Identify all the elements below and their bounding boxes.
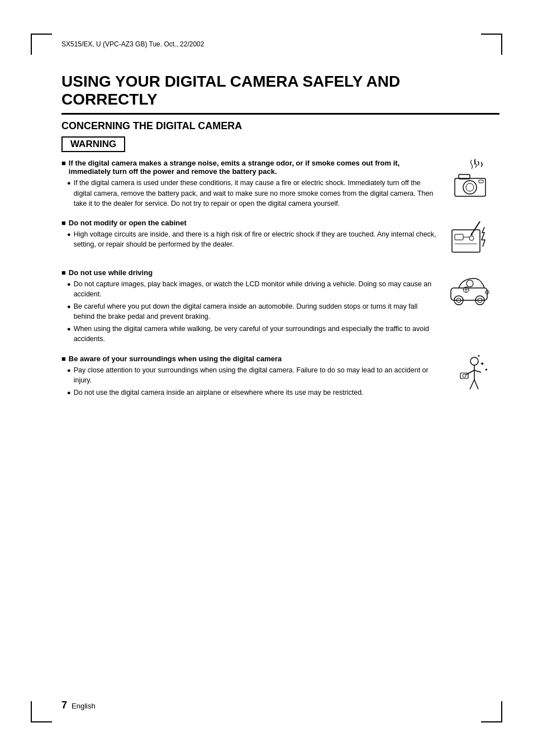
circuit-shock-image: [438, 219, 499, 261]
svg-line-25: [474, 370, 481, 372]
camera-smoke-image: [438, 159, 499, 201]
bullet-item: When using the digital camera while walk…: [67, 324, 438, 344]
corner-mark-bottom-right: [481, 701, 502, 722]
camera-smoke-svg: [446, 159, 497, 201]
svg-line-24: [466, 370, 474, 375]
subsection-driving-text: Do not use while driving Do not capture …: [61, 268, 438, 347]
circuit-shock-svg: [446, 219, 497, 261]
main-title: USING YOUR DIGITAL CAMERA SAFELY AND COR…: [61, 73, 499, 115]
svg-line-27: [474, 380, 478, 389]
corner-mark-bottom-left: [31, 701, 52, 722]
bullet-item: Pay close attention to your surroundings…: [67, 365, 438, 385]
car-driving-image: [438, 268, 499, 310]
svg-text:✦: ✦: [484, 367, 488, 372]
surroundings-svg: ✦ ✦ ✦: [446, 355, 497, 396]
svg-rect-0: [455, 178, 486, 196]
svg-rect-4: [479, 180, 483, 183]
header-meta: SX515/EX, U (VPC-AZ3 GB) Tue. Oct., 22/2…: [61, 40, 204, 48]
svg-rect-5: [452, 230, 480, 252]
svg-rect-12: [451, 288, 487, 300]
main-content: USING YOUR DIGITAL CAMERA SAFELY AND COR…: [61, 73, 499, 689]
svg-point-9: [469, 236, 474, 240]
page-language: English: [72, 702, 96, 710]
bullet-item: If the digital camera is used under thes…: [67, 178, 438, 208]
subsection-modify: Do not modify or open the cabinet High v…: [61, 219, 499, 261]
svg-line-26: [470, 380, 474, 389]
svg-point-2: [466, 183, 474, 191]
corner-mark-top-right: [481, 34, 502, 55]
svg-text:✦: ✦: [480, 361, 484, 367]
subsection-surroundings-heading: Be aware of your surroundings when using…: [61, 355, 438, 363]
warning-box: WARNING: [61, 136, 125, 152]
surroundings-image: ✦ ✦ ✦: [438, 355, 499, 396]
bullet-item: High voltage circuits are inside, and th…: [67, 229, 438, 249]
section1-title: CONCERNING THE DIGITAL CAMERA: [61, 120, 499, 132]
svg-text:✦: ✦: [477, 355, 480, 358]
bullet-item: Be careful where you put down the digita…: [67, 301, 438, 322]
svg-point-17: [467, 280, 473, 287]
page-footer: 7 English: [61, 700, 96, 711]
subsection-modify-bullets: High voltage circuits are inside, and th…: [67, 229, 438, 249]
svg-line-10: [472, 221, 480, 234]
subsection-driving-bullets: Do not capture images, play back images,…: [67, 279, 438, 344]
corner-mark-top-left: [31, 34, 52, 55]
svg-rect-6: [455, 234, 463, 240]
subsection-modify-text: Do not modify or open the cabinet High v…: [61, 219, 438, 252]
svg-point-1: [463, 181, 477, 194]
subsection-driving: Do not use while driving Do not capture …: [61, 268, 499, 347]
bullet-item: Do not use the digital camera inside an …: [67, 388, 438, 398]
subsection-surroundings-text: Be aware of your surroundings when using…: [61, 355, 438, 400]
subsection-noise-text: If the digital camera makes a strange no…: [61, 159, 438, 210]
car-driving-svg: [446, 268, 497, 310]
subsection-noise-heading: If the digital camera makes a strange no…: [61, 159, 438, 176]
bullet-item: Do not capture images, play back images,…: [67, 279, 438, 299]
subsection-surroundings: Be aware of your surroundings when using…: [61, 355, 499, 400]
subsection-surroundings-bullets: Pay close attention to your surroundings…: [67, 365, 438, 398]
subsection-noise-bullets: If the digital camera is used under thes…: [67, 178, 438, 208]
subsection-driving-heading: Do not use while driving: [61, 268, 438, 277]
subsection-noise: If the digital camera makes a strange no…: [61, 159, 499, 210]
svg-point-22: [470, 357, 478, 365]
subsection-modify-heading: Do not modify or open the cabinet: [61, 219, 438, 227]
svg-point-29: [463, 374, 466, 377]
page-number: 7: [61, 700, 67, 711]
page: SX515/EX, U (VPC-AZ3 GB) Tue. Oct., 22/2…: [0, 0, 533, 756]
